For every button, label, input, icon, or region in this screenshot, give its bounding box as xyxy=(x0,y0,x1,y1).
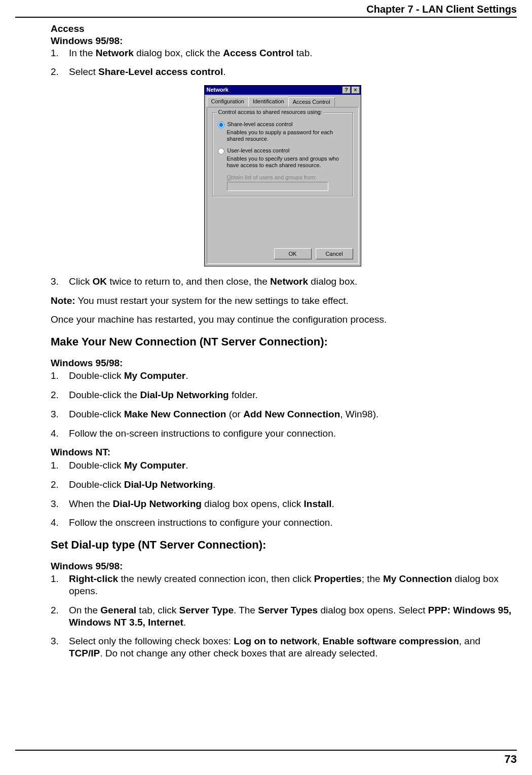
dialog-panel: Control access to shared resources using… xyxy=(207,107,359,264)
network-dialog: Network ? × Configuration Identification… xyxy=(204,85,361,266)
make-b3: 3.When the Dial-Up Networking dialog box… xyxy=(51,498,514,510)
win95-label-1: Windows 95/98: xyxy=(51,35,514,47)
win95-label-3: Windows 95/98: xyxy=(51,560,514,572)
radio-user-level[interactable] xyxy=(218,148,224,154)
access-heading: Access xyxy=(51,23,514,35)
make-a4: 4.Follow the on-screen instructions to c… xyxy=(51,428,514,440)
tab-access-control[interactable]: Access Control xyxy=(288,97,335,107)
tab-configuration[interactable]: Configuration xyxy=(207,97,249,107)
make-b1: 1.Double-click My Computer. xyxy=(51,459,514,472)
winnt-label: Windows NT: xyxy=(51,446,514,458)
dialog-title: Network xyxy=(207,87,229,94)
access-group: Control access to shared resources using… xyxy=(212,112,353,197)
dialup-c3: 3.Select only the following check boxes:… xyxy=(51,635,514,660)
win95-label-2: Windows 95/98: xyxy=(51,357,514,369)
access-step-3: 3. Click OK twice to return to, and then… xyxy=(51,276,514,288)
chapter-header: Chapter 7 - LAN Client Settings xyxy=(366,3,517,16)
dialog-tabs: Configuration Identification Access Cont… xyxy=(205,95,361,107)
page-content: Access Windows 95/98: 1. In the Network … xyxy=(51,23,514,667)
make-b4: 4.Follow the onscreen instructions to co… xyxy=(51,517,514,529)
access-step-1: 1. In the Network dialog box, click the … xyxy=(51,47,514,59)
tab-identification[interactable]: Identification xyxy=(248,97,289,107)
close-button[interactable]: × xyxy=(352,87,360,94)
access-step-2: 2. Select Share-Level access control. xyxy=(51,66,514,78)
make-a1: 1.Double-click My Computer. xyxy=(51,370,514,382)
share-desc: Enables you to supply a password for eac… xyxy=(227,129,348,142)
group-title: Control access to shared resources using… xyxy=(217,109,324,116)
dialog-titlebar: Network ? × xyxy=(205,86,361,95)
obtain-field xyxy=(227,182,328,191)
user-desc: Enables you to specify users and groups … xyxy=(227,156,348,169)
make-connection-heading: Make Your New Connection (NT Server Conn… xyxy=(51,335,514,349)
ok-button[interactable]: OK xyxy=(274,248,312,259)
restart-note: Once your machine has restarted, you may… xyxy=(51,314,514,326)
footer-rule xyxy=(15,750,517,751)
radio-share-level[interactable] xyxy=(218,122,224,128)
obtain-label: Obtain list of users and groups from: xyxy=(227,174,348,181)
dialup-c2: 2.On the General tab, click Server Type.… xyxy=(51,604,514,629)
make-a2: 2.Double-click the Dial-Up Networking fo… xyxy=(51,389,514,401)
make-b2: 2.Double-click Dial-Up Networking. xyxy=(51,479,514,491)
help-button[interactable]: ? xyxy=(343,87,351,94)
set-dialup-heading: Set Dial-up type (NT Server Connection): xyxy=(51,538,514,552)
make-a3: 3.Double-click Make New Connection (or A… xyxy=(51,408,514,420)
header-rule xyxy=(15,17,517,18)
dialup-c1: 1.Right-click the newly created connecti… xyxy=(51,573,514,597)
radio-user-label: User-level access control xyxy=(227,147,290,154)
network-dialog-figure: Network ? × Configuration Identification… xyxy=(51,85,514,266)
cancel-button[interactable]: Cancel xyxy=(316,248,353,259)
note: Note: You must restart your system for t… xyxy=(51,295,514,307)
radio-share-label: Share-level access control xyxy=(227,121,293,128)
page-number: 73 xyxy=(505,752,517,766)
